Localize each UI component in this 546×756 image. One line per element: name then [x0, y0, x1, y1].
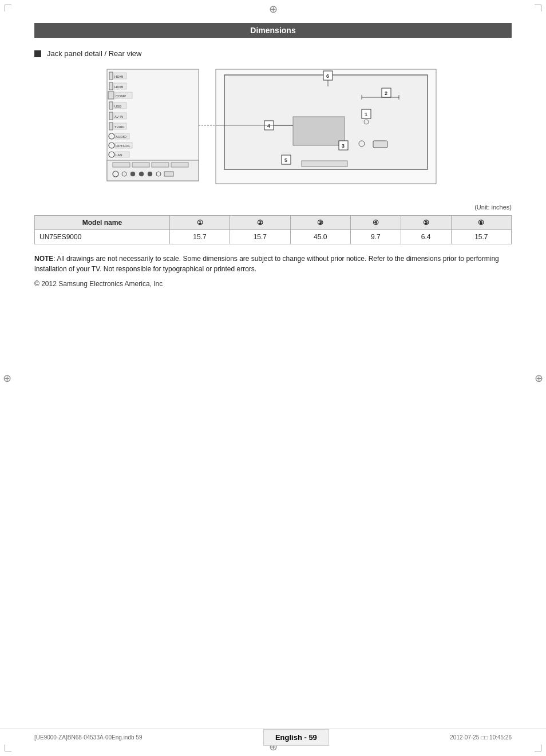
table-header-3: ③ [290, 216, 350, 230]
svg-text:5: 5 [284, 157, 287, 163]
crosshair-left: ⊕ [3, 372, 11, 385]
svg-text:HDMI: HDMI [114, 75, 124, 78]
table-header-4: ④ [350, 216, 401, 230]
table-cell-6: 15.7 [451, 230, 511, 244]
svg-text:COMP: COMP [116, 94, 126, 98]
table-cell-2: 15.7 [230, 230, 290, 244]
svg-text:1: 1 [365, 112, 367, 117]
svg-text:6: 6 [326, 73, 329, 79]
svg-rect-10 [109, 102, 113, 109]
footer-center: English - 59 [263, 729, 329, 746]
table-cell-4: 9.7 [350, 230, 401, 244]
table-header-6: ⑥ [451, 216, 511, 230]
dimensions-diagram: HDMI HDMI COMP USB AV IN TV/RF A [101, 66, 445, 198]
svg-rect-32 [171, 163, 188, 167]
svg-rect-62 [373, 141, 387, 148]
corner-mark-tl [5, 5, 11, 11]
table-cell-3: 45.0 [290, 230, 350, 244]
corner-mark-tr [535, 5, 541, 11]
section-header: Dimensions [34, 23, 512, 38]
note-paragraph: NOTE: All drawings are not necessarily t… [34, 254, 512, 274]
svg-rect-4 [109, 82, 113, 90]
svg-text:AUDIO: AUDIO [116, 135, 126, 138]
note-label: NOTE [34, 255, 53, 263]
svg-point-35 [130, 172, 135, 176]
svg-rect-16 [109, 122, 113, 130]
svg-rect-42 [302, 161, 347, 167]
svg-point-36 [139, 172, 144, 176]
table-header-5: ⑤ [401, 216, 451, 230]
svg-text:2: 2 [385, 90, 387, 96]
crosshair-right: ⊕ [535, 372, 543, 385]
table-cell-5: 6.4 [401, 230, 451, 244]
svg-rect-58 [293, 117, 345, 145]
svg-rect-39 [164, 172, 173, 176]
svg-text:OPTICAL: OPTICAL [116, 144, 130, 148]
svg-rect-1 [109, 72, 113, 80]
note-body: : All drawings are not necessarily to sc… [34, 255, 499, 273]
table-cell-1: 15.7 [169, 230, 230, 244]
svg-rect-29 [113, 163, 130, 167]
svg-text:4: 4 [267, 123, 270, 129]
svg-text:LAN: LAN [116, 153, 122, 157]
svg-rect-7 [108, 92, 114, 99]
svg-text:3: 3 [342, 143, 345, 149]
svg-rect-30 [132, 163, 149, 167]
table-header-1: ① [169, 216, 230, 230]
copyright: © 2012 Samsung Electronics America, Inc [34, 280, 512, 288]
table-header-row: Model name ① ② ③ ④ ⑤ ⑥ [35, 216, 512, 230]
table-header-2: ② [230, 216, 290, 230]
subtitle: Jack panel detail / Rear view [34, 49, 512, 58]
table-header-model: Model name [35, 216, 170, 230]
footer-right: 2012-07-25 □□ 10:45:26 [450, 734, 512, 741]
svg-text:HDMI: HDMI [114, 85, 124, 89]
svg-text:TV/RF: TV/RF [114, 125, 125, 129]
svg-rect-13 [109, 112, 113, 120]
page-footer: [UE9000-ZA]BN68-04533A-00Eng.indb 59 Eng… [0, 729, 546, 746]
unit-note: (Unit: inches) [34, 204, 512, 211]
svg-point-37 [148, 172, 152, 176]
svg-text:AV IN: AV IN [114, 115, 123, 118]
dimensions-table: Model name ① ② ③ ④ ⑤ ⑥ UN75ES9000 15.7 1… [34, 215, 512, 244]
diagram-area: HDMI HDMI COMP USB AV IN TV/RF A [34, 66, 512, 198]
subtitle-icon [34, 50, 41, 57]
svg-text:USB: USB [114, 105, 121, 108]
table-row: UN75ES9000 15.7 15.7 45.0 9.7 6.4 15.7 [35, 230, 512, 244]
table-cell-model: UN75ES9000 [35, 230, 170, 244]
svg-rect-31 [152, 163, 169, 167]
crosshair-top: ⊕ [269, 3, 278, 15]
footer-left: [UE9000-ZA]BN68-04533A-00Eng.indb 59 [34, 734, 142, 741]
